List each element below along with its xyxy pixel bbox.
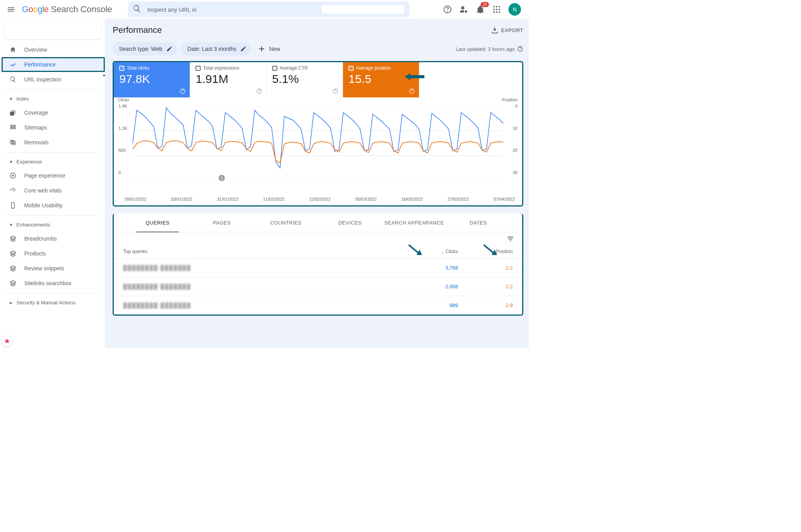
svg-point-0 [493, 6, 495, 7]
svg-point-6 [493, 11, 495, 13]
chart-x-labels: 09/01/202220/01/202231/01/202211/02/2022… [114, 195, 522, 205]
sitemap-icon [9, 124, 17, 131]
help-small-icon[interactable] [409, 88, 415, 94]
annotation-arrow [407, 243, 423, 257]
svg-point-4 [496, 9, 497, 10]
tab-countries[interactable]: COUNTRIES [254, 214, 318, 232]
annotation-arrow [482, 243, 498, 257]
eye-off-icon [9, 139, 17, 146]
export-button[interactable]: EXPORT [491, 26, 523, 34]
svg-point-5 [499, 9, 500, 10]
tab-dates[interactable]: DATES [446, 214, 510, 232]
sidebar-item-breadcrumbs[interactable]: Breadcrumbs [2, 231, 105, 246]
phone-icon [9, 202, 17, 209]
help-small-icon[interactable] [332, 88, 339, 94]
table-row[interactable]: ████████ ███████3,7682.2 [114, 258, 522, 277]
annotation-arrow [405, 72, 424, 82]
svg-point-13 [13, 207, 13, 208]
trend-icon [9, 61, 17, 68]
url-search[interactable] [128, 2, 409, 17]
chip-date[interactable]: Date: Last 3 months [181, 42, 251, 56]
sidebar-item-overview[interactable]: Overview [2, 42, 105, 57]
star-circle-icon [9, 172, 17, 179]
sidebar: Overview Performance URL inspection ▾Ind… [0, 19, 105, 348]
svg-line-26 [484, 245, 493, 253]
metric-total-impressions[interactable]: Total impressions 1.91M [190, 62, 266, 97]
col-queries[interactable]: Top queries [123, 249, 403, 254]
layers-icon [9, 250, 17, 257]
tab-devices[interactable]: DEVICES [318, 214, 382, 232]
checkbox-icon [119, 66, 124, 71]
notifications-icon[interactable]: 28 [476, 5, 485, 14]
main-content: Performance EXPORT Search type: Web Date… [105, 19, 529, 348]
search-icon [133, 4, 141, 14]
gauge-icon [9, 187, 17, 194]
redacted-domain [322, 5, 404, 14]
metric-total-clicks[interactable]: Total clicks 97.8K [114, 62, 190, 97]
svg-point-2 [499, 6, 500, 7]
chip-search-type[interactable]: Search type: Web [113, 42, 177, 56]
sidebar-group-enhancements[interactable]: ▾Enhancements [2, 218, 105, 231]
sidebar-group-experience[interactable]: ▾Experience [2, 155, 105, 168]
sidebar-item-page-experience[interactable]: Page experience [2, 168, 105, 183]
result-tabs: QUERIESPAGESCOUNTRIESDEVICESSEARCH APPEA… [114, 214, 522, 232]
checkbox-icon [272, 66, 277, 71]
apps-icon[interactable] [492, 5, 501, 14]
sidebar-group-security[interactable]: ▸Security & Manual Actions [2, 296, 105, 309]
checkbox-icon [348, 66, 354, 71]
sidebar-item-removals[interactable]: Removals [2, 135, 105, 150]
help-small-icon[interactable] [256, 88, 262, 94]
sidebar-item-label: URL inspection [24, 76, 61, 83]
tab-pages[interactable]: PAGES [190, 214, 254, 232]
hamburger-menu[interactable] [3, 2, 19, 17]
layers-icon [9, 235, 17, 242]
tab-search-appearance[interactable]: SEARCH APPEARANCE [382, 214, 446, 232]
extension-badge-icon[interactable] [2, 336, 13, 347]
sidebar-item-core-web-vitals[interactable]: Core web vitals [2, 183, 105, 198]
help-small-icon[interactable] [517, 46, 523, 52]
help-icon[interactable] [443, 5, 452, 14]
table-row[interactable]: ████████ ███████9892.9 [114, 296, 522, 315]
copy-icon [9, 109, 17, 116]
metric-average-ctr[interactable]: Average CTR 5.1% [267, 62, 343, 97]
performance-chart[interactable]: Clicks Position 1 06001.2K1.8K0102030 [114, 97, 522, 195]
layers-icon [9, 265, 17, 272]
sidebar-item-url-inspection[interactable]: URL inspection [2, 72, 105, 87]
plus-icon [257, 45, 266, 53]
notifications-badge: 28 [481, 2, 489, 7]
sidebar-item-label: Performance [24, 61, 56, 68]
sort-desc-icon: ↓ [442, 250, 444, 255]
sidebar-item-coverage[interactable]: Coverage [2, 105, 105, 120]
chart-annotation-marker[interactable]: 1 [219, 175, 225, 181]
sidebar-group-index[interactable]: ▾Index [2, 92, 105, 105]
sidebar-item-sitemaps[interactable]: Sitemaps [2, 120, 105, 135]
table-row[interactable]: ████████ ███████2,0082.2 [114, 277, 522, 296]
sidebar-item-products[interactable]: Products [2, 246, 105, 261]
svg-point-7 [496, 11, 497, 13]
table-card: QUERIESPAGESCOUNTRIESDEVICESSEARCH APPEA… [113, 214, 523, 316]
chart-card: Total clicks 97.8K Total impressions 1.9… [113, 61, 523, 207]
checkbox-icon [196, 66, 201, 71]
sidebar-item-review-snippets[interactable]: Review snippets [2, 261, 105, 276]
tab-queries[interactable]: QUERIES [126, 214, 190, 232]
search-small-icon [9, 76, 17, 83]
sidebar-item-mobile-usability[interactable]: Mobile Usability [2, 198, 105, 213]
sidebar-item-sitelinks-searchbox[interactable]: Sitelinks searchbox [2, 276, 105, 291]
metric-blank [419, 62, 522, 97]
filter-icon[interactable] [506, 235, 514, 243]
property-selector[interactable] [5, 20, 101, 39]
add-filter-button[interactable]: New [257, 45, 280, 53]
avatar[interactable]: N [508, 3, 521, 16]
last-updated: Last updated: 3 hours ago [456, 46, 523, 52]
sidebar-item-performance[interactable]: Performance [2, 57, 105, 72]
pencil-icon [240, 46, 246, 52]
google-logo: Google Search Console [22, 4, 112, 14]
help-small-icon[interactable] [180, 88, 186, 94]
search-input[interactable] [147, 6, 321, 13]
svg-point-8 [499, 11, 500, 13]
layers-icon [9, 280, 17, 287]
svg-marker-19 [405, 73, 424, 80]
pencil-icon [166, 46, 172, 52]
users-icon[interactable] [459, 5, 469, 14]
svg-line-24 [409, 245, 418, 253]
